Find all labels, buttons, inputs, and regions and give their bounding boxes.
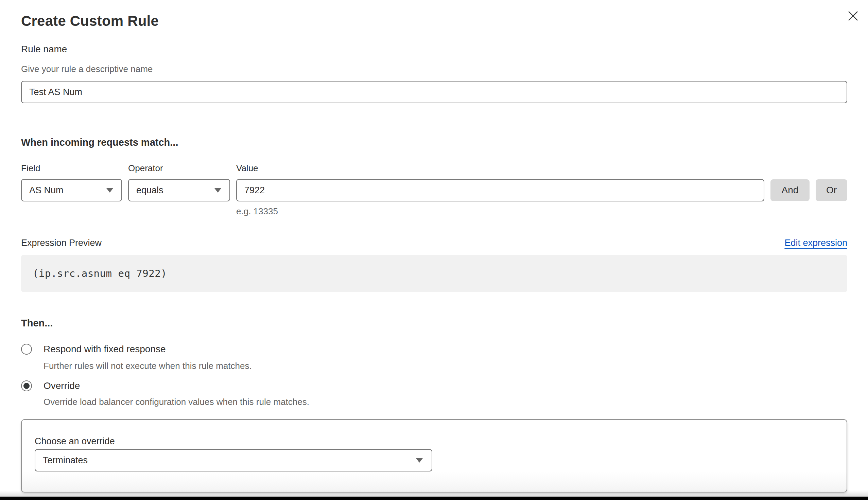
option-respond-label: Respond with fixed response	[44, 344, 166, 355]
create-custom-rule-dialog: Create Custom Rule Rule name Give your r…	[0, 0, 868, 500]
chevron-down-icon	[106, 188, 113, 193]
operator-label: Operator	[128, 163, 230, 173]
modal-bottom-fade	[0, 490, 868, 497]
radio-selected-icon[interactable]	[21, 380, 32, 391]
option-respond-fixed-response[interactable]: Respond with fixed response	[21, 344, 166, 355]
choose-override-label: Choose an override	[35, 436, 115, 447]
override-select[interactable]: Terminates	[35, 449, 432, 471]
bottom-edge-bar	[0, 497, 868, 500]
field-select-value: AS Num	[29, 185, 64, 196]
expression-preview-label: Expression Preview	[21, 238, 102, 248]
expression-code: (ip.src.asnum eq 7922)	[33, 268, 167, 279]
close-icon	[848, 11, 858, 21]
value-label: Value	[236, 163, 764, 173]
close-button[interactable]	[848, 11, 858, 21]
option-override[interactable]: Override	[21, 380, 80, 391]
or-button[interactable]: Or	[816, 179, 847, 201]
condition-row: Field Operator Value AS Num equals And O…	[21, 163, 847, 217]
operator-select-value: equals	[136, 185, 164, 196]
option-override-label: Override	[44, 380, 80, 391]
radio-unselected-icon[interactable]	[21, 344, 32, 355]
override-select-value: Terminates	[43, 455, 88, 466]
and-button[interactable]: And	[770, 179, 810, 201]
page-title: Create Custom Rule	[21, 13, 159, 29]
expression-preview-header: Expression Preview Edit expression	[21, 238, 847, 248]
option-respond-description: Further rules will not execute when this…	[44, 361, 252, 371]
chevron-down-icon	[214, 188, 221, 193]
value-input[interactable]	[236, 179, 764, 202]
override-settings-card: Choose an override Terminates	[21, 419, 847, 492]
field-label: Field	[21, 163, 122, 173]
chevron-down-icon	[416, 458, 423, 463]
rule-name-help-text: Give your rule a descriptive name	[21, 64, 153, 75]
option-override-description: Override load balancer configuration val…	[44, 397, 309, 407]
rule-name-input[interactable]	[21, 81, 847, 103]
field-select[interactable]: AS Num	[21, 179, 122, 202]
match-section-heading: When incoming requests match...	[21, 137, 178, 148]
operator-select[interactable]: equals	[128, 179, 230, 202]
rule-name-label: Rule name	[21, 44, 67, 55]
then-section-heading: Then...	[21, 318, 53, 329]
expression-preview-box: (ip.src.asnum eq 7922)	[21, 255, 847, 292]
edit-expression-link[interactable]: Edit expression	[785, 238, 847, 248]
value-hint: e.g. 13335	[236, 206, 764, 217]
